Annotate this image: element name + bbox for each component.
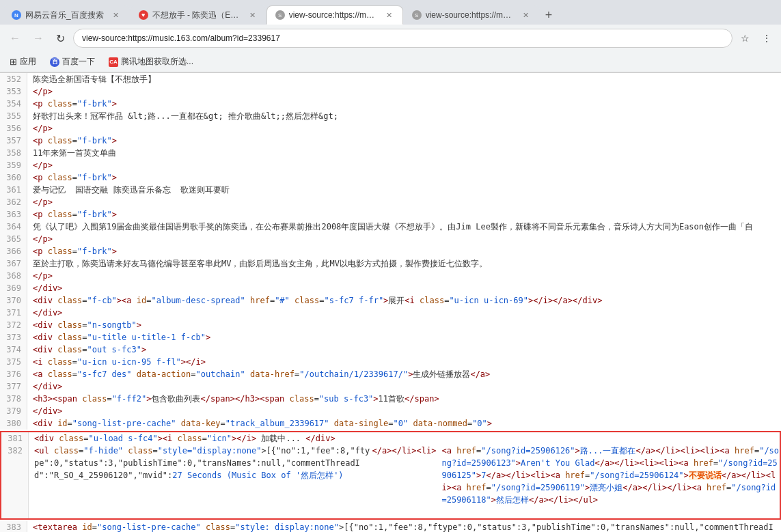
line-359: 359 </p>: [0, 159, 781, 171]
line-366: 366 <p class="f-brk">: [0, 245, 781, 257]
highlighted-section: 381 <div class="u-load s-fc4"><i class="…: [0, 431, 781, 520]
tab2-icon: ♥: [139, 10, 148, 20]
forward-button[interactable]: →: [29, 29, 48, 47]
line-358: 358 11年来第一首英文单曲: [0, 147, 781, 159]
line-356: 356 </p>: [0, 122, 781, 135]
tab-netease-search[interactable]: N 网易云音乐_百度搜索 ✕: [3, 5, 130, 25]
new-tab-button[interactable]: +: [540, 5, 558, 25]
line-371: 371 </div>: [0, 307, 781, 319]
bookmark-apps[interactable]: ⊞ 应用: [5, 55, 40, 69]
ca-icon: CA: [109, 57, 118, 67]
link-song-25906120[interactable]: 27 Seconds (Music Box of '然后怎样'): [172, 471, 343, 480]
line-380: 380 <div id="song-list-pre-cache" data-k…: [0, 417, 781, 430]
tab-bar: N 网易云音乐_百度搜索 ✕ ♥ 不想放手 - 陈奕迅（Eason Cha… ✕…: [0, 0, 781, 25]
tab-eason[interactable]: ♥ 不想放手 - 陈奕迅（Eason Cha… ✕: [130, 5, 266, 25]
link-then-how[interactable]: 然后怎样: [496, 495, 529, 505]
tab3-title: view-source:https://music.163…: [289, 10, 377, 20]
line-370: 370 <div class="f-cb"><a id="album-desc-…: [0, 294, 781, 307]
link-pretty-girl[interactable]: 漂亮小姐: [590, 483, 622, 492]
tab2-title: 不想放手 - 陈奕迅（Eason Cha…: [152, 10, 241, 21]
line-373: 373 <div class="u-title u-title-1 f-cb">: [0, 331, 781, 344]
line-354: 354 <p class="f-brk">: [0, 98, 781, 110]
bookmark-button[interactable]: ☆: [737, 30, 754, 46]
tab4-close[interactable]: ✕: [521, 10, 531, 20]
line-362: 362 </p>: [0, 196, 781, 208]
bookmark-baidu-label: 百度一下: [62, 56, 95, 68]
extensions-button[interactable]: ⋮: [758, 30, 776, 46]
bookmark-ca[interactable]: CA 腾讯地图获取所选...: [105, 55, 197, 69]
tab1-title: 网易云音乐_百度搜索: [25, 10, 104, 21]
line-379: 379 </div>: [0, 405, 781, 417]
line-367: 367 至於主打歌，陈奕迅请来好友马德伦编导甚至客串此MV，由影后周迅当女主角，…: [0, 257, 781, 270]
line-369: 369 </div>: [0, 282, 781, 294]
line-372: 372 <div class="n-songtb">: [0, 319, 781, 331]
line-363: 363 <p class="f-brk">: [0, 208, 781, 221]
line-374: 374 <div class="out s-fc3">: [0, 344, 781, 356]
line-352: 352 陈奕迅全新国语专辑【不想放手】: [0, 73, 781, 85]
line-353: 353 </p>: [0, 85, 781, 98]
link-song-7[interactable]: 7: [481, 471, 486, 480]
line-364: 364 凭《认了吧》入围第19届金曲奖最佳国语男歌手奖的陈奕迅，在公布赛果前推出…: [0, 221, 781, 233]
line-376: 376 <a class="s-fc7 des" data-action="ou…: [0, 368, 781, 380]
line-377: 377 </div>: [0, 380, 781, 393]
link-song-25906126[interactable]: 路...一直都在: [580, 446, 636, 456]
line-368: 368 </p>: [0, 270, 781, 282]
bookmark-baidu[interactable]: 百 百度一下: [46, 55, 99, 69]
line-382: 382 <ul class="f-hide" class="style="dis…: [1, 445, 780, 518]
line-378: 378 <h3><span class="f-ff2">包含歌曲列表</span…: [0, 393, 781, 405]
baidu-icon: 百: [50, 57, 59, 67]
line-365: 365 </p>: [0, 233, 781, 245]
link-arent-you-glad[interactable]: Aren't You Glad: [521, 458, 594, 468]
tab3-icon: S: [275, 10, 285, 20]
line-360: 360 <p class="f-brk">: [0, 171, 781, 184]
bookmark-ca-label: 腾讯地图获取所选...: [121, 56, 193, 68]
link-no-words[interactable]: 不要说话: [689, 471, 722, 480]
line-375: 375 <i class="u-icn u-icn-95 f-fl"></i>: [0, 356, 781, 368]
source-view: 352 陈奕迅全新国语专辑【不想放手】 353 </p> 354 <p clas…: [0, 73, 781, 532]
line-383: 383 <textarea id="song-list-pre-cache" c…: [0, 521, 781, 532]
bookmarks-bar: ⊞ 应用 百 百度一下 CA 腾讯地图获取所选...: [0, 52, 781, 72]
tab4-title: view-source:https://music.163…: [426, 10, 514, 20]
line-381: 381 <div class="u-load s-fc4"><i class="…: [1, 432, 780, 445]
back-button[interactable]: ←: [5, 29, 25, 47]
browser-chrome: N 网易云音乐_百度搜索 ✕ ♥ 不想放手 - 陈奕迅（Eason Cha… ✕…: [0, 0, 781, 73]
line-357: 357 <p class="f-brk">: [0, 135, 781, 147]
reload-button[interactable]: ↻: [52, 29, 69, 48]
tab1-close[interactable]: ✕: [111, 10, 121, 20]
address-input[interactable]: [73, 29, 732, 48]
address-bar-row: ← → ↻ ☆ ⋮: [0, 25, 781, 52]
tab3-close[interactable]: ✕: [384, 10, 394, 20]
line-361: 361 爱与记忆 国语交融 陈奕迅音乐备忘 歌迷则耳要听: [0, 184, 781, 196]
bookmark-apps-label: 应用: [20, 56, 36, 68]
tab-source-2[interactable]: S view-source:https://music.163… ✕: [403, 5, 540, 25]
tab4-icon: S: [412, 10, 422, 20]
tab-source-active[interactable]: S view-source:https://music.163… ✕: [266, 5, 403, 25]
line-355: 355 好歌打出头来！冠军作品 &lt;路...一直都在&gt; 推介歌曲&lt…: [0, 110, 781, 122]
tab1-icon: N: [12, 10, 21, 20]
tab2-close[interactable]: ✕: [247, 10, 258, 20]
